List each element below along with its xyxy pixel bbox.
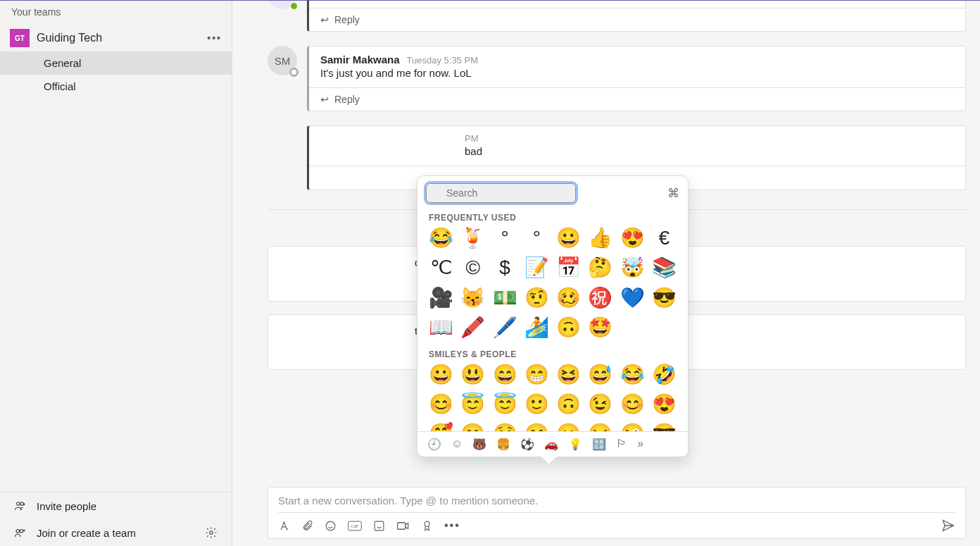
emoji-item[interactable]: ℃ (427, 255, 455, 280)
emoji-item[interactable]: 🖍️ (459, 315, 486, 340)
emoji-item[interactable]: 😂 (619, 362, 646, 387)
emoji-item[interactable]: 💵 (491, 285, 519, 311)
emoji-item[interactable]: 😆 (555, 362, 582, 387)
emoji-item[interactable]: 📖 (427, 315, 455, 340)
emoji-item[interactable]: 😙 (459, 421, 486, 430)
emoji-item[interactable]: 🤨 (523, 285, 551, 311)
tab-animals-icon[interactable]: 🐻 (472, 438, 486, 451)
reply-button[interactable]: ↪ Reply (309, 87, 965, 111)
channel-official[interactable]: Official (0, 75, 232, 98)
emoji-item[interactable]: 😁 (523, 362, 551, 387)
emoji-item[interactable]: 🥴 (555, 285, 582, 311)
emoji-item[interactable]: 📅 (555, 255, 582, 280)
emoji-item[interactable]: © (459, 255, 486, 280)
message-card: Hello Everyone ↪ Reply (307, 1, 966, 32)
tab-food-icon[interactable]: 🍔 (496, 438, 510, 451)
emoji-item[interactable]: 🎥 (427, 285, 455, 311)
emoji-item[interactable]: 🙃 (555, 315, 582, 340)
composer: GIF ••• (268, 487, 966, 539)
team-header[interactable]: GT Guiding Tech ••• (0, 25, 232, 51)
emoji-item[interactable]: 🙃 (555, 392, 582, 417)
emoji-item[interactable]: 😍 (619, 225, 646, 251)
emoji-item[interactable]: 😽 (459, 285, 486, 311)
composer-input[interactable] (278, 495, 955, 512)
emoji-item[interactable]: 😚 (491, 421, 519, 430)
emoji-item[interactable]: ° (491, 225, 519, 251)
emoji-item[interactable]: 😀 (555, 225, 582, 251)
emoji-item[interactable]: 🖊️ (491, 315, 519, 340)
sidebar: Your teams GT Guiding Tech ••• General O… (0, 1, 232, 546)
attach-icon[interactable] (301, 520, 313, 532)
emoji-item[interactable]: 📚 (651, 255, 678, 280)
emoji-item[interactable]: 😅 (586, 362, 614, 387)
emoji-item[interactable]: 😊 (427, 392, 455, 417)
emoji-item[interactable]: 😂 (427, 225, 455, 251)
invite-people-button[interactable]: Invite people (0, 492, 232, 519)
emoji-item[interactable]: $ (491, 255, 519, 280)
emoji-item[interactable]: 😀 (427, 362, 455, 387)
tab-recent-icon[interactable]: 🕘 (427, 438, 441, 451)
emoji-item[interactable]: 😇 (491, 392, 519, 417)
tab-symbols-icon[interactable]: 🔠 (592, 438, 606, 451)
emoji-item[interactable]: 🍹 (459, 225, 486, 251)
tab-flags-icon[interactable]: 🏳 (616, 438, 627, 450)
join-create-team-button[interactable]: Join or create a team (0, 519, 232, 546)
emoji-item[interactable]: 🤣 (651, 362, 678, 387)
emoji-item[interactable]: 💙 (619, 285, 646, 311)
emoji-item[interactable]: 😊 (619, 392, 646, 417)
emoji-item[interactable]: 😍 (651, 392, 678, 417)
emoji-item[interactable]: 😎 (651, 421, 678, 430)
join-label: Join or create a team (37, 527, 195, 539)
message-body: Hello Everyone (309, 1, 965, 8)
emoji-item[interactable]: 😉 (586, 392, 614, 417)
emoji-item[interactable]: 🤔 (586, 255, 614, 280)
message-card: Samir Makwana Tuesday 5:35 PM It's just … (307, 46, 966, 111)
more-icon[interactable]: ••• (444, 519, 460, 532)
emoji-icon[interactable] (325, 520, 337, 532)
gif-icon[interactable]: GIF (348, 520, 362, 532)
settings-icon[interactable] (205, 526, 218, 539)
team-more-button[interactable]: ••• (207, 32, 222, 44)
keyboard-icon[interactable]: ⌘ (667, 186, 679, 201)
emoji-search-input[interactable] (426, 183, 576, 203)
emoji-item[interactable]: 📝 (523, 255, 551, 280)
svg-point-2 (16, 530, 20, 533)
svg-point-1 (20, 502, 24, 506)
emoji-item[interactable]: 🤯 (619, 255, 646, 280)
emoji-grid-frequent: 😂🍹°°😀👍😍€℃©$📝📅🤔🤯📚🎥😽💵🤨🥴㊗️💙😎📖🖍️🖊️🏄🙃🤩 (427, 225, 678, 345)
emoji-item[interactable]: 😄 (491, 362, 519, 387)
send-icon[interactable] (941, 519, 955, 533)
emoji-item[interactable]: ㊗️ (586, 285, 614, 311)
praise-icon[interactable] (421, 520, 433, 532)
svg-point-3 (20, 530, 23, 533)
emoji-item[interactable]: 🤩 (586, 315, 614, 340)
emoji-item[interactable]: 😎 (651, 285, 678, 311)
tab-smileys-icon[interactable]: ☺ (451, 438, 463, 450)
channel-general[interactable]: General (0, 51, 232, 75)
emoji-item[interactable]: 👍 (586, 225, 614, 251)
presence-online-icon (289, 1, 299, 11)
emoji-item[interactable]: 🙂 (523, 392, 551, 417)
svg-point-5 (326, 521, 335, 531)
emoji-item[interactable]: € (651, 225, 678, 251)
tab-activity-icon[interactable]: ⚽ (520, 438, 534, 451)
emoji-item[interactable]: 🏄 (523, 315, 551, 340)
emoji-item[interactable]: 😇 (459, 392, 486, 417)
svg-rect-9 (398, 522, 406, 529)
sticker-icon[interactable] (373, 520, 385, 532)
tab-travel-icon[interactable]: 🚗 (544, 438, 558, 451)
emoji-item[interactable]: 😜 (619, 421, 646, 430)
emoji-item[interactable]: ° (523, 225, 551, 251)
reply-button[interactable]: ↪ Reply (309, 8, 965, 31)
emoji-item[interactable]: 😋 (523, 421, 551, 430)
format-icon[interactable] (278, 520, 290, 532)
emoji-item[interactable]: 😛 (555, 421, 582, 430)
timestamp: Tuesday 5:35 PM (407, 55, 478, 66)
emoji-item[interactable]: 😃 (459, 362, 486, 387)
emoji-item[interactable]: 😝 (586, 421, 614, 430)
tab-objects-icon[interactable]: 💡 (568, 438, 582, 451)
tab-more-icon[interactable]: » (637, 438, 643, 450)
emoji-item[interactable]: 🥰 (427, 421, 455, 430)
meet-icon[interactable] (396, 520, 410, 532)
sender-name: Samir Makwana (320, 54, 400, 66)
